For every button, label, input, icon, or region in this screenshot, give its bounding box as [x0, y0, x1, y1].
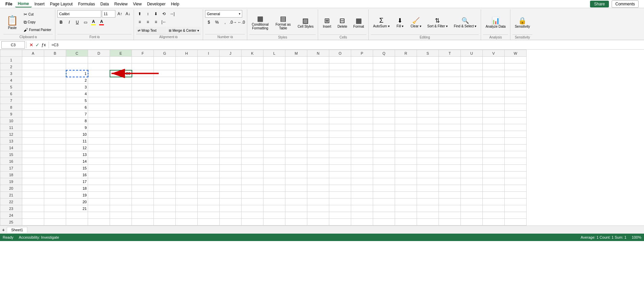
cell-N11[interactable] — [307, 124, 329, 131]
row-header-11[interactable]: 11 — [0, 124, 22, 131]
col-header-v[interactable]: V — [483, 50, 505, 57]
comments-button[interactable]: Comments — [612, 0, 639, 8]
copy-button[interactable]: ⧉ Copy — [22, 19, 53, 26]
cell-U20[interactable] — [461, 185, 483, 192]
row-header-7[interactable]: 7 — [0, 97, 22, 104]
cell-W19[interactable] — [505, 178, 527, 185]
cell-I9[interactable] — [198, 111, 220, 117]
cell-O15[interactable] — [329, 151, 351, 158]
row-header-6[interactable]: 6 — [0, 90, 22, 97]
cell-B12[interactable] — [44, 131, 66, 138]
cell-C21[interactable]: 19 — [66, 192, 88, 199]
clear-button[interactable]: 🧹 Clear ▾ — [408, 11, 424, 34]
number-format-select[interactable]: General — [205, 10, 242, 18]
cell-H11[interactable] — [176, 124, 198, 131]
cell-I19[interactable] — [198, 178, 220, 185]
cell-A16[interactable] — [22, 158, 44, 165]
share-button[interactable]: Share — [590, 1, 609, 7]
cell-R23[interactable] — [395, 205, 417, 212]
cell-W16[interactable] — [505, 158, 527, 165]
cell-L24[interactable] — [263, 212, 285, 219]
cell-L20[interactable] — [263, 185, 285, 192]
cell-R6[interactable] — [395, 90, 417, 97]
col-header-t[interactable]: T — [439, 50, 461, 57]
cell-A21[interactable] — [22, 192, 44, 199]
cell-M24[interactable] — [285, 212, 307, 219]
cell-V6[interactable] — [483, 90, 505, 97]
cell-P4[interactable] — [351, 77, 373, 84]
cell-F7[interactable] — [132, 97, 154, 104]
col-header-j[interactable]: J — [220, 50, 242, 57]
cell-G21[interactable] — [154, 192, 176, 199]
row-header-25[interactable]: 25 — [0, 219, 22, 226]
cell-C3[interactable]: 1 — [66, 70, 88, 77]
cell-V25[interactable] — [483, 219, 505, 226]
cut-button[interactable]: ✂ Cut — [22, 11, 53, 18]
cell-N8[interactable] — [307, 104, 329, 111]
cell-U12[interactable] — [461, 131, 483, 138]
cell-L22[interactable] — [263, 199, 285, 205]
align-top-button[interactable]: ⬆ — [136, 10, 143, 18]
underline-button[interactable]: U — [74, 19, 81, 26]
cell-E23[interactable] — [110, 205, 132, 212]
cell-R9[interactable] — [395, 111, 417, 117]
cell-P15[interactable] — [351, 151, 373, 158]
cell-N20[interactable] — [307, 185, 329, 192]
cell-H4[interactable] — [176, 77, 198, 84]
cell-L1[interactable] — [263, 57, 285, 63]
cell-K21[interactable] — [242, 192, 263, 199]
cell-O6[interactable] — [329, 90, 351, 97]
cell-D6[interactable] — [88, 90, 110, 97]
cell-F9[interactable] — [132, 111, 154, 117]
cell-K1[interactable] — [242, 57, 263, 63]
cell-H19[interactable] — [176, 178, 198, 185]
cell-N12[interactable] — [307, 131, 329, 138]
cell-R11[interactable] — [395, 124, 417, 131]
cell-B19[interactable] — [44, 178, 66, 185]
cell-E16[interactable] — [110, 158, 132, 165]
cell-G3[interactable] — [154, 70, 176, 77]
cell-L5[interactable] — [263, 84, 285, 90]
cell-S13[interactable] — [417, 138, 439, 144]
font-color-button[interactable]: A — [98, 19, 105, 26]
fill-color-button[interactable]: A — [90, 19, 97, 26]
cell-N18[interactable] — [307, 171, 329, 178]
cell-E7[interactable] — [110, 97, 132, 104]
cell-K3[interactable] — [242, 70, 263, 77]
cell-V12[interactable] — [483, 131, 505, 138]
cell-E8[interactable] — [110, 104, 132, 111]
cell-A8[interactable] — [22, 104, 44, 111]
sheet-tab-sheet1[interactable]: Sheet1 — [7, 227, 27, 233]
cell-A23[interactable] — [22, 205, 44, 212]
cell-C12[interactable]: 10 — [66, 131, 88, 138]
cell-R13[interactable] — [395, 138, 417, 144]
cell-G19[interactable] — [154, 178, 176, 185]
cell-W9[interactable] — [505, 111, 527, 117]
cell-H14[interactable] — [176, 144, 198, 151]
cell-E25[interactable] — [110, 219, 132, 226]
cell-E20[interactable] — [110, 185, 132, 192]
col-header-o[interactable]: O — [329, 50, 351, 57]
delete-button[interactable]: ⊟ Delete — [335, 11, 349, 34]
cell-U19[interactable] — [461, 178, 483, 185]
cell-G9[interactable] — [154, 111, 176, 117]
cell-P14[interactable] — [351, 144, 373, 151]
cell-O16[interactable] — [329, 158, 351, 165]
cell-J5[interactable] — [220, 84, 242, 90]
cell-H12[interactable] — [176, 131, 198, 138]
cell-B13[interactable] — [44, 138, 66, 144]
cell-G23[interactable] — [154, 205, 176, 212]
cell-D16[interactable] — [88, 158, 110, 165]
cell-C17[interactable]: 15 — [66, 165, 88, 171]
cell-P8[interactable] — [351, 104, 373, 111]
cell-B7[interactable] — [44, 97, 66, 104]
cell-S6[interactable] — [417, 90, 439, 97]
cell-O5[interactable] — [329, 84, 351, 90]
cell-K11[interactable] — [242, 124, 263, 131]
cell-E2[interactable] — [110, 63, 132, 70]
cell-V3[interactable] — [483, 70, 505, 77]
cell-D2[interactable] — [88, 63, 110, 70]
menu-help[interactable]: Help — [168, 1, 182, 7]
cell-V19[interactable] — [483, 178, 505, 185]
cell-I23[interactable] — [198, 205, 220, 212]
